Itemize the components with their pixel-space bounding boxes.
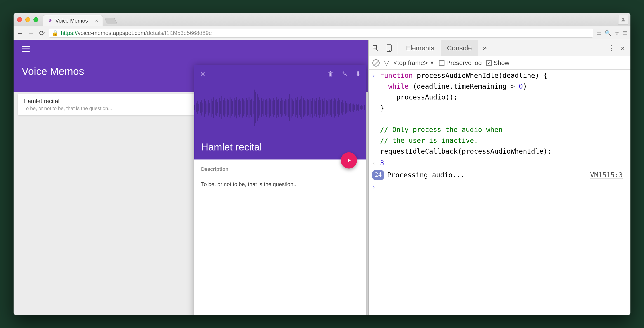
console-input-row[interactable]: › function processAudioWhenIdle(deadline…: [369, 70, 630, 157]
clear-console-icon[interactable]: [372, 59, 380, 67]
console-return-row: ‹ 3: [369, 157, 630, 169]
devtools-close-icon[interactable]: ✕: [621, 44, 625, 52]
maximize-window-button[interactable]: [34, 17, 38, 22]
bookmark-star-icon[interactable]: ☆: [614, 30, 620, 36]
svg-rect-73: [293, 101, 294, 114]
svg-rect-17: [218, 102, 218, 113]
frame-selector[interactable]: <top frame> ▼: [394, 59, 434, 67]
tab-console[interactable]: Console: [441, 40, 478, 56]
svg-rect-21: [223, 100, 224, 116]
svg-rect-44: [254, 90, 255, 126]
close-tab-icon[interactable]: ×: [95, 18, 98, 24]
profile-button[interactable]: [618, 15, 628, 25]
browser-window: Voice Memos × ← → ⟳ 🔒 https://voice-memo…: [14, 13, 630, 315]
svg-rect-39: [247, 100, 248, 115]
tab-elements[interactable]: Elements: [400, 40, 441, 56]
svg-rect-0: [194, 105, 195, 110]
detail-header: ✕ 🗑 ✎ ⬇ Hamlet recital: [194, 65, 366, 160]
svg-rect-29: [234, 98, 234, 117]
camera-icon[interactable]: ▭: [596, 30, 602, 36]
svg-rect-14: [213, 97, 214, 118]
show-checkbox[interactable]: Show: [486, 59, 509, 67]
svg-rect-75: [296, 100, 297, 115]
play-icon: [346, 157, 352, 164]
svg-rect-102: [332, 101, 334, 114]
svg-rect-46: [257, 94, 258, 121]
svg-rect-83: [307, 99, 308, 116]
svg-rect-108: [341, 102, 342, 114]
svg-rect-81: [304, 100, 305, 116]
svg-rect-55: [269, 98, 270, 118]
microphone-icon: [48, 18, 53, 23]
filter-icon[interactable]: ▽: [384, 59, 389, 67]
minimize-window-button[interactable]: [25, 17, 30, 22]
forward-button[interactable]: →: [27, 29, 35, 37]
svg-rect-25: [228, 100, 229, 115]
svg-rect-38: [246, 98, 247, 117]
svg-rect-9: [206, 104, 208, 112]
svg-rect-122: [360, 106, 361, 109]
svg-rect-109: [342, 100, 343, 115]
svg-rect-71: [290, 98, 292, 118]
svg-rect-33: [239, 99, 240, 117]
svg-rect-59: [274, 100, 275, 115]
svg-rect-50: [262, 101, 263, 114]
close-detail-icon[interactable]: ✕: [200, 70, 206, 78]
svg-rect-45: [255, 92, 256, 123]
svg-rect-90: [316, 98, 317, 117]
svg-rect-12: [210, 99, 212, 117]
play-button[interactable]: [341, 152, 357, 168]
svg-rect-91: [318, 100, 318, 115]
svg-rect-64: [281, 98, 282, 117]
delete-icon[interactable]: 🗑: [328, 70, 334, 78]
close-window-button[interactable]: [17, 17, 22, 22]
svg-rect-124: [362, 106, 363, 109]
edit-icon[interactable]: ✎: [342, 70, 347, 78]
download-icon[interactable]: ⬇: [356, 70, 361, 78]
svg-rect-74: [295, 98, 296, 117]
svg-rect-52: [265, 100, 266, 115]
svg-rect-112: [346, 103, 347, 113]
inspect-element-icon[interactable]: [369, 40, 382, 56]
svg-rect-31: [236, 97, 237, 118]
description-label: Description: [201, 166, 359, 172]
console-output: › function processAudioWhenIdle(deadline…: [369, 70, 630, 315]
svg-rect-35: [242, 98, 243, 118]
new-tab-button[interactable]: [104, 18, 117, 24]
svg-rect-61: [277, 100, 278, 115]
devtools-panel: Elements Console » ⋮ ✕ ▽ <top frame> ▼ P…: [368, 40, 630, 315]
svg-rect-24: [227, 99, 228, 117]
reload-button[interactable]: ⟳: [38, 29, 46, 37]
source-link[interactable]: VM1515:3: [590, 170, 628, 180]
svg-rect-92: [319, 97, 320, 118]
svg-rect-96: [324, 98, 326, 117]
svg-rect-22: [224, 98, 225, 117]
svg-rect-70: [289, 94, 290, 121]
memo-detail-card: ✕ 🗑 ✎ ⬇ Hamlet recital Description To be…: [194, 65, 366, 315]
lock-icon: 🔒: [52, 30, 58, 36]
tabs-overflow[interactable]: »: [478, 40, 491, 56]
browser-tab[interactable]: Voice Memos ×: [43, 15, 103, 26]
svg-rect-77: [299, 100, 300, 115]
svg-rect-78: [300, 99, 301, 117]
svg-rect-47: [258, 97, 259, 118]
url-input[interactable]: 🔒 https://voice-memos.appspot.com/detail…: [49, 29, 593, 38]
menu-icon[interactable]: ☰: [623, 30, 628, 36]
preserve-log-checkbox[interactable]: Preserve log: [439, 59, 482, 67]
svg-rect-63: [280, 101, 281, 114]
zoom-icon[interactable]: 🔍: [605, 30, 612, 36]
svg-rect-5: [201, 100, 202, 116]
svg-rect-101: [331, 99, 332, 117]
devtools-menu-icon[interactable]: ⋮: [608, 44, 615, 52]
svg-rect-117: [353, 104, 354, 112]
console-prompt-row[interactable]: ›: [369, 181, 630, 193]
back-button[interactable]: ←: [16, 29, 24, 37]
svg-rect-1: [196, 103, 196, 112]
hamburger-menu-icon[interactable]: [22, 46, 30, 52]
device-toggle-icon[interactable]: [382, 40, 396, 56]
svg-rect-106: [338, 98, 339, 117]
content-area: Voice Memos Hamlet recital To be, or not…: [14, 40, 630, 315]
memo-list-item[interactable]: Hamlet recital To be, or not to be, that…: [18, 94, 194, 115]
svg-rect-69: [288, 99, 289, 117]
svg-rect-99: [328, 99, 330, 116]
